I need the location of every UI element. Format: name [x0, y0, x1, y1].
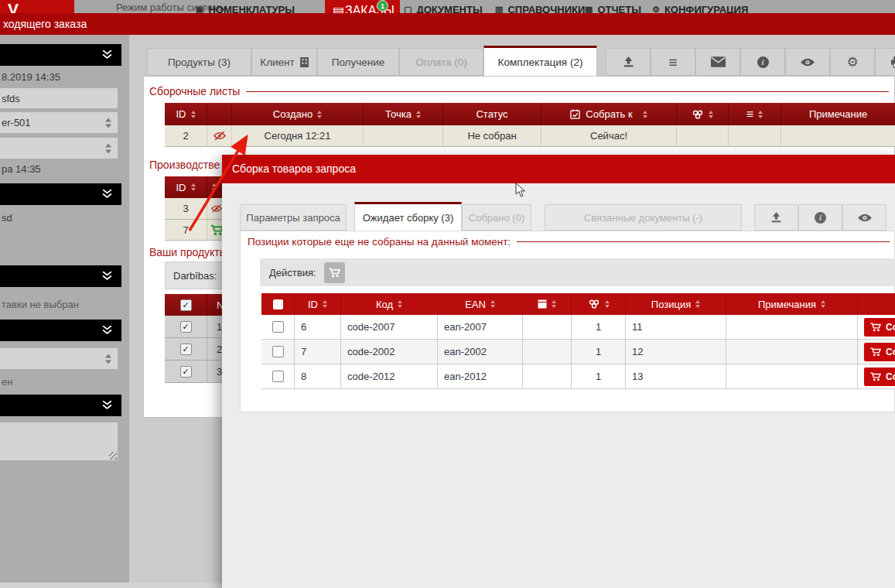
menu-item-nomenclatures[interactable]: ▣ НОМЕНКЛАТУРЫ — [196, 4, 295, 13]
checkbox-blank[interactable] — [272, 346, 284, 357]
assembly-modal: Сборка товаров запроса Параметры запроса… — [222, 155, 895, 588]
list-button[interactable]: ≡ — [651, 48, 695, 76]
col-header-status: Статус — [443, 103, 541, 125]
calendar-check-icon — [570, 109, 580, 119]
col-header-package[interactable] — [523, 293, 572, 315]
upload-icon — [622, 56, 635, 68]
col-header-id[interactable]: ID — [165, 103, 207, 125]
sidebar-select-2[interactable] — [0, 138, 118, 159]
print-icon — [891, 56, 895, 68]
checkbox-blank[interactable] — [272, 371, 284, 382]
chart-icon: ▦ — [585, 5, 593, 13]
sort-icon — [317, 108, 322, 121]
modal-titlebar[interactable]: Сборка товаров запроса — [222, 155, 895, 183]
modal-tab-assembled: Собрано (0) — [462, 204, 531, 231]
orders-count-badge: 1 — [377, 0, 388, 12]
cart-icon — [329, 268, 340, 278]
checkbox-checked[interactable]: ✓ — [180, 366, 192, 378]
col-header-point[interactable]: Точка — [364, 103, 443, 125]
info-button[interactable]: i — [740, 48, 785, 76]
checkbox-blank[interactable] — [273, 299, 283, 309]
col-header-visibility — [207, 103, 232, 125]
tab-client[interactable]: Клиент — [251, 48, 317, 76]
tab-products[interactable]: Продукты (3) — [147, 48, 251, 76]
checkbox-checked[interactable]: ✓ — [180, 321, 192, 333]
menu-item-reports[interactable]: ▦ ОТЧЕТЫ — [585, 4, 641, 13]
assembly-sheets-table-header: ID Создано Точка Статус Собрать к ≡ Прим… — [165, 103, 895, 125]
position-row[interactable]: 8 code-2012 ean-2012 1 13 Со — [261, 364, 895, 389]
menu-item-orders[interactable]: ▤ ЗАКАЗЫ — [325, 0, 400, 13]
assembly-sheets-section-header: Сборочные листы — [149, 85, 889, 97]
sidebar-created-value: 8.2019 14:35 — [2, 71, 60, 83]
upload-button[interactable] — [606, 48, 651, 76]
double-chevron-down-icon — [102, 326, 112, 334]
info-icon: i — [757, 56, 769, 68]
modal-view-button[interactable] — [842, 204, 886, 231]
sidebar-select-1[interactable]: er-501 — [0, 112, 118, 133]
resize-grip-icon[interactable] — [109, 452, 117, 460]
tab-picking[interactable]: Комплектация (2) — [483, 46, 597, 76]
sidebar-name-input[interactable]: sfds — [0, 88, 118, 108]
menu-item-configuration[interactable]: ⚙ КОНФИГУРАЦИЯ — [652, 4, 748, 13]
assemble-selected-button[interactable] — [324, 262, 345, 283]
modal-info-button[interactable]: i — [798, 204, 842, 231]
assemble-by-cell: Сейчас! — [541, 125, 677, 147]
awaiting-assembly-panel: Позиции которые еще не собраны на данный… — [240, 231, 895, 412]
col-header-list[interactable]: ≡ — [729, 103, 781, 125]
col-header-position[interactable]: Позиция — [626, 293, 726, 315]
col-header-group[interactable] — [572, 293, 626, 315]
sort-icon — [695, 298, 700, 310]
eye-icon — [800, 57, 815, 67]
mail-button[interactable] — [695, 48, 740, 76]
sidebar-section-header-1[interactable] — [0, 44, 121, 66]
app-logo[interactable]: V — [0, 0, 74, 13]
col-header-assemble-by[interactable]: Собрать к — [541, 103, 677, 125]
sort-icon — [643, 108, 647, 121]
point-cell — [364, 125, 443, 147]
col-header-select-all[interactable]: ✓ — [165, 294, 207, 316]
col-header-select-all[interactable] — [261, 293, 295, 315]
sort-icon — [416, 108, 421, 121]
sidebar-section-header-4[interactable] — [0, 320, 121, 341]
sidebar-section-header-3[interactable] — [0, 265, 121, 287]
col-header-ean[interactable]: EAN — [438, 293, 523, 315]
sidebar-select-3[interactable] — [0, 348, 118, 369]
tab-receiving[interactable]: Получение — [317, 48, 399, 76]
assemble-row-button[interactable]: Со — [864, 368, 895, 386]
view-button[interactable] — [785, 48, 830, 76]
select-arrows-icon — [105, 140, 111, 156]
assemble-row-button[interactable]: Со — [864, 343, 895, 361]
position-row[interactable]: 7 code-2002 ean-2002 1 12 Со — [261, 340, 895, 364]
modal-upload-button[interactable] — [754, 204, 798, 231]
col-header-id[interactable]: ID — [295, 293, 341, 315]
bottom-strip — [0, 583, 222, 588]
sidebar-section-header-2[interactable] — [0, 183, 121, 205]
cart-icon — [870, 372, 881, 381]
col-header-code[interactable]: Код — [341, 293, 438, 315]
assembly-sheet-row[interactable]: 2 Сегодня 12:21 Не собран Сейчас! — [165, 125, 895, 147]
menu-item-documents[interactable]: ▢ ДОКУМЕНТЫ — [404, 4, 483, 13]
checkbox-checked[interactable]: ✓ — [180, 299, 192, 311]
modal-actions-bar: Действия: — [260, 258, 895, 286]
order-dialog-titlebar: ходящего заказа — [0, 13, 895, 35]
sort-icon — [398, 298, 402, 310]
print-button[interactable] — [875, 48, 895, 76]
checkbox-checked[interactable]: ✓ — [180, 344, 192, 355]
sidebar-section-header-5[interactable] — [0, 395, 121, 416]
cart-icon — [870, 347, 881, 357]
settings-button[interactable]: ⚙ — [830, 48, 875, 76]
mouse-cursor — [515, 183, 526, 198]
position-row[interactable]: 6 code-2007 ean-2007 1 11 Со — [261, 315, 895, 340]
sort-icon — [605, 298, 610, 310]
modal-tab-awaiting-assembly[interactable]: Ожидает сборку (3) — [354, 202, 462, 231]
col-header-group[interactable] — [677, 103, 729, 125]
assemble-row-button[interactable]: Со — [864, 318, 895, 337]
book-icon: ▥ — [495, 5, 503, 13]
col-header-created[interactable]: Создано — [232, 103, 364, 125]
sidebar-textarea[interactable] — [0, 422, 118, 460]
menu-item-references[interactable]: ▥ СПРАВОЧНИКИ — [495, 4, 585, 13]
sort-icon — [821, 298, 825, 310]
sort-icon — [191, 108, 196, 121]
checkbox-blank[interactable] — [272, 321, 284, 333]
col-header-notes[interactable]: Примечания — [726, 293, 858, 315]
